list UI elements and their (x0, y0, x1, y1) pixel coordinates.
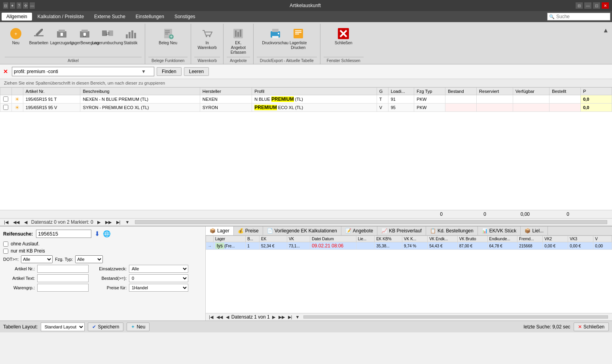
clear-button[interactable]: Leeren (184, 67, 209, 76)
ohne-auslauf-checkbox[interactable] (3, 241, 8, 247)
lager-col-vk[interactable]: VK (287, 236, 310, 242)
lager-col-vk-brutto[interactable]: VK Brutto (457, 236, 487, 242)
col-header-p[interactable]: P (581, 88, 612, 95)
inner-nav-last[interactable]: ▶| (287, 315, 293, 320)
lager-table-row[interactable]: → tys(Fre... 1 52,34 € 73,1... 09.02.21 … (206, 242, 612, 250)
lager-col-datum[interactable]: Datei Datum (310, 236, 356, 242)
toolbar-beleg-neu-button[interactable]: + Beleg Neu (157, 25, 179, 47)
nav-first[interactable]: |◀ (3, 220, 9, 225)
artikel-text-input[interactable] (37, 274, 89, 282)
tab-angebote[interactable]: 📝 Angebote (341, 226, 377, 235)
col-header-bestand[interactable]: Bestand (445, 88, 477, 95)
col-header-loading[interactable]: Loadi... (388, 88, 414, 95)
menu-allgemein[interactable]: Allgemein (2, 13, 32, 21)
save-button[interactable]: ✔ Speichern (88, 323, 123, 331)
lager-col-vk2[interactable]: VK2 (543, 236, 568, 242)
lager-col-vk-k[interactable]: VK K... (402, 236, 428, 242)
lager-col-ek[interactable]: EK (260, 236, 287, 242)
layout-select[interactable]: Standard Layout (41, 323, 85, 331)
bottom-new-button[interactable]: ✦ Neu (127, 323, 150, 331)
lager-col-lager[interactable]: Lager (213, 236, 246, 242)
toolbar-druckvorschau-button[interactable]: Druckvorschau (264, 25, 286, 47)
fzg-typ-select[interactable]: Alle (75, 255, 103, 263)
tab-liel[interactable]: 📦 Liel... (521, 226, 548, 235)
search-input-wrapper[interactable]: ▼ (12, 67, 154, 76)
tab-ek-vk-stuck[interactable]: 📊 EK/VK Stück (478, 226, 521, 235)
dot-select[interactable]: Alle (21, 255, 53, 263)
nav-next[interactable]: ▶ (97, 220, 101, 225)
search-clear-x[interactable]: ✕ (3, 68, 8, 75)
search-input[interactable] (556, 14, 608, 19)
menu-externe-suche[interactable]: Externe Suche (89, 13, 130, 21)
table-row[interactable]: ☀ 195/65R15 95 V SYRON - PREMIUM ECO XL … (0, 104, 612, 112)
lager-col-lie[interactable]: Lie... (356, 236, 375, 242)
col-header-chk[interactable] (0, 88, 12, 95)
artikel-nr-input[interactable] (37, 265, 89, 273)
window-restore[interactable]: ⊡ (593, 2, 600, 9)
toolbar-bearbeiten-button[interactable]: Bearbeiten (28, 25, 50, 47)
menu-sonstiges[interactable]: Sonstiges (170, 13, 200, 21)
menubar-search[interactable]: 🔍 (547, 13, 610, 21)
col-header-beschreibung[interactable]: Beschreibung (80, 88, 200, 95)
lager-col-arrow[interactable] (206, 236, 214, 242)
nav-prev[interactable]: ◀ (23, 220, 28, 225)
col-header-fzg-typ[interactable]: Fzg Typ (414, 88, 445, 95)
menu-einstellungen[interactable]: Einstellungen (131, 13, 169, 21)
col-header-reserviert[interactable]: Reserviert (477, 88, 513, 95)
inner-h-scrollbar[interactable] (303, 315, 608, 319)
reifensuche-globe[interactable]: 🌐 (103, 230, 111, 238)
window-maximize[interactable]: ⊟ (576, 2, 583, 9)
nav-last[interactable]: ▶| (116, 220, 121, 225)
lager-col-fremd[interactable]: Fremd... (517, 236, 543, 242)
col-header-verfugbar[interactable]: Verfügbar (513, 88, 549, 95)
bottom-close-button[interactable]: ✕ Schließen (574, 323, 609, 331)
find-button[interactable]: Finden (157, 67, 182, 76)
nav-prev-fast[interactable]: ◀◀ (12, 220, 20, 225)
nur-kb-preis-checkbox[interactable] (3, 249, 8, 254)
nav-filter[interactable]: ▼ (124, 220, 130, 224)
tab-kb-preisverlauf[interactable]: 📈 KB Preisverlauf (377, 226, 426, 235)
nav-next-fast[interactable]: ▶▶ (104, 220, 112, 225)
reifensuche-down-arrow[interactable]: ⬇ (95, 230, 100, 238)
tab-vorliegende[interactable]: 📄 Vorliegende EK Kalkulationen (263, 226, 341, 235)
toolbar-lagerliste-button[interactable]: LagerlisteDrucken (287, 25, 309, 52)
window-minimize[interactable]: — (584, 2, 591, 9)
checkbox-1[interactable] (3, 96, 8, 102)
inner-nav-next-fast[interactable]: ▶▶ (278, 315, 286, 320)
row-checkbox[interactable] (0, 104, 12, 112)
toolbar-lagerumbuchung-button[interactable]: ⇄ Lagerumbuchung (97, 25, 119, 47)
inner-nav-prev-fast[interactable]: ◀◀ (216, 315, 224, 320)
lager-col-b[interactable]: B... (246, 236, 260, 242)
col-header-bestellt[interactable]: Bestellt (549, 88, 581, 95)
tab-kd-bestellungen[interactable]: 📋 Kd. Bestellungen (426, 226, 478, 235)
tab-preise[interactable]: 💰 Preise (234, 226, 263, 235)
search-dropdown-arrow[interactable]: ▼ (141, 69, 146, 74)
inner-nav-first[interactable]: |◀ (208, 315, 214, 320)
table-row[interactable]: ☀ 195/65R15 91 T NEXEN - N BLUE PREMIUM … (0, 95, 612, 104)
inner-nav-filter[interactable]: ▼ (294, 315, 300, 319)
toolbar-collapse-arrow[interactable]: ▲ (601, 25, 610, 36)
row-checkbox[interactable] (0, 95, 12, 104)
col-header-profil[interactable]: Profil (252, 88, 377, 95)
toolbar-ek-angebot-button[interactable]: EK. Angebot Erfassen (227, 25, 249, 57)
window-close[interactable]: ✕ (602, 2, 609, 9)
preise-select[interactable]: 1Handel (129, 284, 188, 292)
inner-nav-prev[interactable]: ◀ (225, 315, 230, 320)
h-scrollbar[interactable] (135, 220, 607, 224)
bestand-select[interactable]: 0 (129, 274, 188, 282)
search-text-input[interactable] (14, 69, 140, 74)
col-header-ico[interactable] (11, 88, 23, 95)
tab-lager[interactable]: 📦 Lager (206, 226, 234, 236)
col-header-art-nr[interactable]: Artikel Nr. (23, 88, 80, 95)
toolbar-warenkorb-button[interactable]: In Warenkorb (196, 25, 218, 52)
lager-col-vk3[interactable]: VK3 (568, 236, 593, 242)
lager-col-ek-kb[interactable]: EK KB% (375, 236, 402, 242)
lager-col-vk-endk[interactable]: VK Endk... (428, 236, 458, 242)
inner-nav-next[interactable]: ▶ (271, 315, 276, 320)
toolbar-schliessen-button[interactable]: Schließen (332, 25, 354, 47)
reifensuche-input[interactable] (36, 230, 91, 238)
col-header-hersteller[interactable]: Hersteller (200, 88, 252, 95)
lager-col-endkunde[interactable]: Endkunde... (487, 236, 517, 242)
einsatzzweck-select[interactable]: Alle (129, 265, 188, 273)
lager-col-v[interactable]: V (593, 236, 612, 242)
